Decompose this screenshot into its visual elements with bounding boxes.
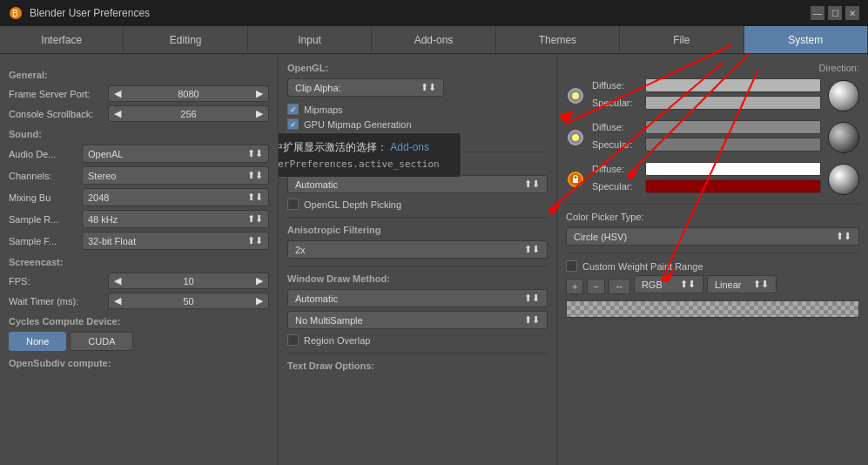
maximize-button[interactable]: ☐ [828,6,842,20]
light3-fields: Diffuse: Specular: [592,162,821,197]
mipmaps-row: Mipmaps [287,104,548,115]
dropdown-arrow-icon5: ⬆⬇ [247,235,263,246]
general-section-label: General: [9,70,269,80]
light1-specular-field: Specular: [592,96,821,110]
light2-specular-field: Specular: [592,138,821,152]
light3-diffuse-field: Diffuse: [592,162,821,176]
audio-device-dropdown[interactable]: OpenAL ⬆⬇ [82,145,269,163]
minimize-button[interactable]: — [811,6,824,20]
svg-point-10 [572,92,579,99]
selection-dropdown[interactable]: Automatic ⬆⬇ [287,175,548,193]
light2-specular-label: Specular: [592,139,640,150]
light1-icon [568,88,583,104]
tab-themes[interactable]: Themes [496,26,620,53]
light2-icon [568,130,583,145]
mid-panel: OpenGL: Clip Alpha: ⬆⬇ Mipmaps GPU Mipma… [279,54,557,465]
light3-specular-color[interactable] [645,179,821,193]
dropdown-arrow-icon12: ⬆⬇ [680,279,696,290]
gpu-mipmap-row: GPU Mipmap Generation [287,118,548,130]
sample-format-row: Sample F... 32-bit Float ⬆⬇ [9,232,269,250]
color-picker-type-row: Color Picker Type: [566,212,859,222]
light3-specular-field: Specular: [592,179,821,193]
svg-marker-7 [557,202,562,215]
light3-icon [568,172,583,187]
mipmaps-checkbox[interactable] [287,104,299,115]
swap-color-button[interactable]: ↔ [609,279,630,294]
arrow-right-icon[interactable]: ▶ [256,88,263,99]
light1-specular-color[interactable] [645,96,821,110]
mixing-bu-row: Mixing Bu 2048 ⬆⬇ [9,188,269,206]
fps-value: 10 [183,276,193,286]
frame-server-port-field[interactable]: ◀ 8080 ▶ [108,85,269,102]
linear-dropdown[interactable]: Linear ⬆⬇ [707,275,777,293]
light3-row: Diffuse: Specular: [566,162,859,197]
light2-diffuse-field: Diffuse: [592,120,821,134]
add-color-button[interactable]: + [566,279,583,294]
dropdown-arrow-icon2: ⬆⬇ [247,170,263,181]
anisotropic-dropdown[interactable]: 2x ⬆⬇ [287,240,548,259]
custom-weight-checkbox[interactable] [566,260,577,272]
light2-fields: Diffuse: Specular: [592,120,821,155]
light1-sphere [828,80,859,111]
clip-alpha-row: Clip Alpha: ⬆⬇ [287,78,548,100]
custom-weight-row: Custom Weight Paint Range [566,260,859,272]
light3-diffuse-label: Diffuse: [592,164,640,174]
right-panel: Direction: Diffuse: Specular: [557,54,868,465]
tab-editing[interactable]: Editing [124,26,247,53]
clip-alpha-dropdown[interactable]: Clip Alpha: ⬆⬇ [287,78,444,97]
tab-system[interactable]: System [744,26,868,53]
channels-dropdown[interactable]: Stereo ⬆⬇ [82,166,269,185]
close-button[interactable]: ✕ [845,6,859,20]
arrow-right-icon3[interactable]: ▶ [256,275,263,286]
audio-device-label: Audio De... [9,149,78,159]
light1-diffuse-color[interactable] [645,78,821,92]
red-arrows-overlay [557,54,868,465]
opengl-depth-checkbox[interactable] [287,199,299,210]
tab-addons[interactable]: Add-ons [372,26,495,53]
arrow-left-icon[interactable]: ◀ [114,88,121,99]
sample-rate-dropdown[interactable]: 48 kHz ⬆⬇ [82,210,269,228]
tooltip: 在用户界面中扩展显示激活的选择： Add-ons Python: UserPre… [279,132,461,178]
color-checker [566,300,859,318]
wait-timer-field[interactable]: ◀ 50 ▶ [108,293,269,309]
tooltip-text: 在用户界面中扩展显示激活的选择： Add-ons [279,140,450,155]
sample-format-dropdown[interactable]: 32-bit Float ⬆⬇ [82,232,269,250]
dropdown-arrow-icon13: ⬆⬇ [753,279,769,290]
tab-input[interactable]: Input [248,26,372,53]
remove-color-button[interactable]: − [587,279,604,294]
light2-row: Diffuse: Specular: [566,120,859,155]
light2-diffuse-color[interactable] [645,120,821,134]
cuda-button[interactable]: CUDA [70,332,133,351]
wait-timer-value: 50 [183,296,193,307]
region-overlap-row: Region Overlap [287,334,548,346]
color-picker-controls: + − ↔ RGB ⬆⬇ Linear ⬆⬇ [566,275,859,297]
multisample-dropdown[interactable]: No MultiSample ⬆⬇ [287,311,548,329]
light2-specular-color[interactable] [645,138,821,152]
arrow-left-icon4[interactable]: ◀ [114,295,121,307]
light1-specular-label: Specular: [592,98,640,108]
tab-interface[interactable]: Interface [0,26,124,53]
console-scrollback-label: Console Scrollback: [9,109,104,119]
console-scrollback-field[interactable]: ◀ 256 ▶ [108,105,269,122]
titlebar-controls: — ☐ ✕ [811,6,859,20]
tab-file[interactable]: File [620,26,744,53]
fps-field[interactable]: ◀ 10 ▶ [108,273,269,289]
mixing-bu-dropdown[interactable]: 2048 ⬆⬇ [82,188,269,206]
dropdown-arrow-icon3: ⬆⬇ [247,192,263,203]
fps-label: FPS: [9,276,104,286]
arrow-left-icon2[interactable]: ◀ [114,108,121,119]
light3-diffuse-color[interactable] [645,162,821,176]
arrow-right-icon4[interactable]: ▶ [256,295,263,307]
gpu-mipmap-checkbox[interactable] [287,118,299,130]
window-draw-dropdown[interactable]: Automatic ⬆⬇ [287,289,548,307]
color-picker-dropdown[interactable]: Circle (HSV) ⬆⬇ [566,227,859,246]
none-button[interactable]: None [9,332,66,351]
region-overlap-checkbox[interactable] [287,334,299,346]
region-overlap-label: Region Overlap [304,335,370,346]
arrow-left-icon3[interactable]: ◀ [114,275,121,286]
channels-row: Channels: Stereo ⬆⬇ [9,166,269,185]
titlebar-title: Blender User Preferences [30,7,150,19]
sound-section-label: Sound: [9,129,269,139]
rgb-dropdown[interactable]: RGB ⬆⬇ [634,275,703,293]
arrow-right-icon2[interactable]: ▶ [256,108,263,119]
